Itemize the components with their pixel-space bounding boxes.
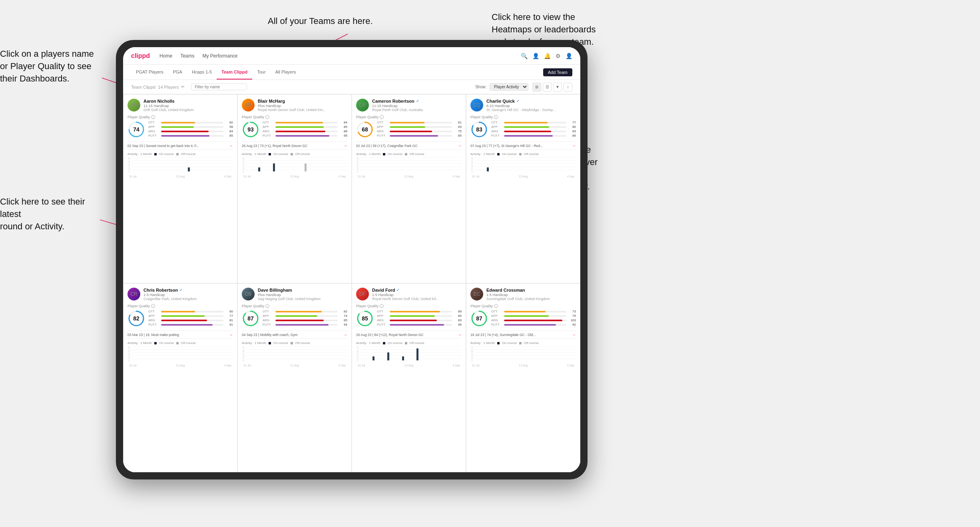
on-course-dot [497,342,500,344]
quality-content[interactable]: 82 OTT 60 APP 77 ARG [127,310,233,327]
latest-round-text: 26 Aug 23 | 84 (+12), Royal North Devon … [356,333,424,337]
quality-content[interactable]: 85 OTT 89 APP 80 ARG [356,310,462,327]
nav-my-performance[interactable]: My Performance [202,52,237,60]
filter-icon[interactable]: ▼ [553,83,562,91]
stat-bar-app [390,126,425,128]
activity-period: Activity · 1 Month [127,341,152,345]
quality-content[interactable]: 83 OTT 77 APP 80 ARG [470,121,576,138]
tab-all-players[interactable]: All Players [271,65,301,80]
info-icon: i [265,115,269,119]
activity-period: Activity · 1 Month [242,341,266,345]
nav-home[interactable]: Home [159,52,172,60]
player-name[interactable]: Chris Robertson ✓ [143,288,233,292]
chart-date-1: 21 Aug [176,175,185,178]
player-name[interactable]: Blair McHarg [258,99,347,103]
player-name[interactable]: Dave Billingham [258,288,347,292]
on-course-dot [269,342,271,344]
latest-round[interactable]: 02 Sep 23 | Sunset round to get back int… [127,141,233,150]
player-avatar: AN [127,99,140,111]
tab-team-clippd[interactable]: Team Clippd [217,65,252,80]
activity-period: Activity · 1 Month [127,152,152,156]
tab-hcaps[interactable]: Hcaps 1-5 [187,65,217,80]
stat-bar-container-arg [504,131,566,132]
latest-round[interactable]: 07 Aug 23 | 77 (+7), St George's Hill GC… [470,141,576,150]
stat-bar-container-ott [390,311,452,312]
player-name[interactable]: Aaron Nicholls [143,99,233,103]
chart-area: 5 4 3 2 1 [127,346,233,367]
bar-on-2 [387,352,389,360]
tab-pgat-players[interactable]: PGAT Players [131,65,168,80]
stat-value-ott: 60 [225,310,233,313]
stat-label-app: APP [263,314,274,318]
player-name[interactable]: Charlie Quick ✓ [486,99,576,103]
stat-bar-ott [504,122,548,123]
verified-icon: ✓ [516,99,520,103]
stat-label-arg: ARG [148,318,159,322]
chart-date-1: 21 Aug [519,364,528,367]
stat-row-ott: OTT 60 [148,310,233,313]
search-icon[interactable]: 🔍 [521,53,528,59]
grid-view-icon[interactable]: ⊞ [532,83,541,91]
nav-teams[interactable]: Teams [180,52,194,60]
chart-date-1: 21 Aug [290,175,299,178]
player-avatar: EC [470,288,483,300]
stat-value-app: 79 [568,314,576,318]
stat-bar-container-arg [390,131,452,132]
off-course-label: Off course [410,341,424,345]
edit-icon[interactable]: ✏ [181,84,185,89]
player-club: St. George's Hill GC - Weybridge - Surre… [486,108,576,112]
player-name[interactable]: Edward Crossman [486,288,576,292]
player-header: CR Chris Robertson ✓ 1-5 Handicap Craigm… [127,288,233,301]
stat-bar-arg [161,131,209,132]
sort-icon[interactable]: ↕ [564,83,572,91]
player-card-chr: CR Chris Robertson ✓ 1-5 Handicap Craigm… [123,283,237,472]
chart-area: 5 4 3 2 1 [127,157,233,178]
list-view-icon[interactable]: ☰ [543,83,552,91]
quality-content[interactable]: 93 OTT 84 APP 85 ARG [242,121,347,138]
quality-content[interactable]: 87 OTT 82 APP 74 ARG [242,310,347,327]
latest-round[interactable]: 26 Aug 23 | 73 (+1), Royal North Devon G… [242,141,347,150]
add-team-button[interactable]: Add Team [543,68,572,76]
quality-number: 93 [247,126,254,133]
stat-row-app: APP 80 [491,125,576,129]
settings-icon[interactable]: ⚙ [556,53,561,59]
latest-round[interactable]: 03 Mar 23 | 19, Must make putting → [127,330,233,339]
latest-round[interactable]: 18 Jul 23 | 74 (+4), Sunningdale GC - Ol… [470,330,576,339]
player-name[interactable]: Cameron Robertson ✓ [372,99,462,103]
view-icons: ⊞ ☰ ▼ ↕ [532,83,572,91]
show-select[interactable]: Player Activity [490,83,528,91]
filter-search-input[interactable] [191,84,247,90]
chart-bars [470,157,576,171]
annotation-left-top: Click on a players nameor Player Quality… [0,48,94,85]
latest-round[interactable]: 02 Jul 23 | 59 (+17), Craigmillar Park G… [356,141,462,150]
activity-period: Activity · 1 Month [470,152,495,156]
stat-bar-container-putt [390,324,452,326]
bell-icon[interactable]: 🔔 [544,53,551,59]
quality-stats: OTT 61 APP 63 ARG 75 PU [377,121,462,138]
player-name[interactable]: David Ford ✓ [372,288,462,292]
off-course-dot [519,153,522,155]
player-avatar: DB [242,288,255,300]
on-course-dot [383,342,385,344]
tab-tour[interactable]: Tour [252,65,270,80]
quality-label: Player Quality i [470,304,576,308]
profile-icon[interactable]: 👤 [532,53,539,59]
quality-content[interactable]: 68 OTT 61 APP 63 ARG [356,121,462,138]
activity-section: Activity · 1 Month On course Off course … [242,152,347,178]
bar-group-2 [273,163,287,171]
bar-on-1 [258,167,260,171]
quality-content[interactable]: 87 OTT 73 APP 79 ARG [470,310,576,327]
stat-bar-arg [275,320,324,321]
tab-pga[interactable]: PGA [168,65,187,80]
player-header: CQ Charlie Quick ✓ 6-10 Handicap St. Geo… [470,99,576,112]
latest-round[interactable]: 04 Sep 23 | Mobility with coach, Gym → [242,330,347,339]
quality-content[interactable]: 74 OTT 60 APP 58 ARG [127,121,233,138]
user-avatar-icon[interactable]: 👤 [566,53,572,59]
nav-logo: clippd [131,52,150,60]
player-handicap: 1-5 Handicap [143,293,233,297]
chart-area: 5 4 3 2 1 [470,346,576,367]
latest-round[interactable]: 26 Aug 23 | 84 (+12), Royal North Devon … [356,330,462,339]
stat-row-arg: ARG 83 [377,318,462,322]
bar-on-4 [416,348,418,360]
sub-nav: PGAT Players PGA Hcaps 1-5 Team Clippd T… [123,65,580,80]
